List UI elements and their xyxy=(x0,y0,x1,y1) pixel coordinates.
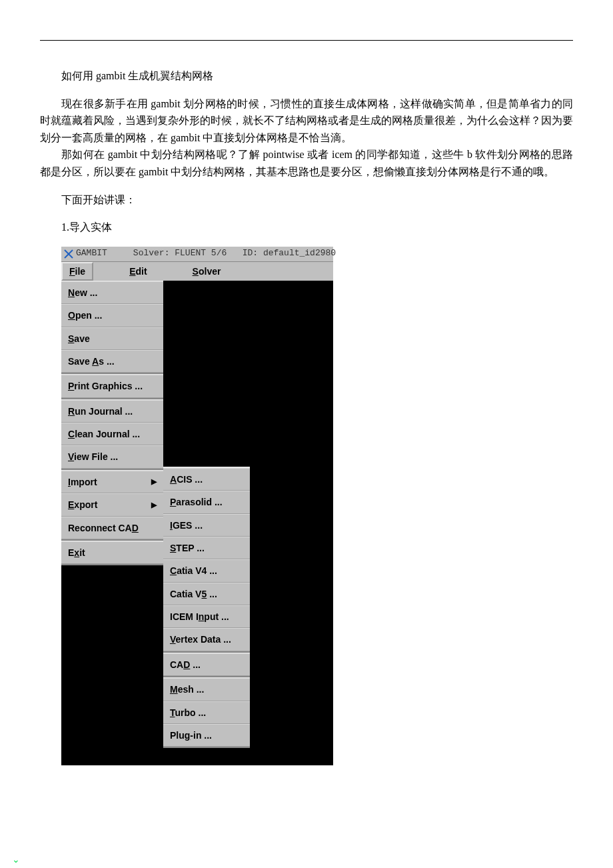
import-step[interactable]: STEP ... xyxy=(163,537,250,559)
file-menu-clean-journal[interactable]: Clean Journal ... xyxy=(61,423,163,445)
submenu-arrow-icon: ▶ xyxy=(151,476,157,488)
import-submenu: ACIS ... Parasolid ... IGES ... STEP ...… xyxy=(163,467,250,749)
file-menu-open[interactable]: Open ... xyxy=(61,304,163,327)
document-body: 如何用 gambit 生成机翼结构网格 现在很多新手在用 gambit 划分网格… xyxy=(40,67,573,765)
titlebar-app: GAMBIT xyxy=(76,247,107,261)
doc-title: 如何用 gambit 生成机翼结构网格 xyxy=(40,67,573,85)
menu-spacer xyxy=(93,262,120,281)
menu-solver[interactable]: Solver xyxy=(183,262,231,281)
menu-file[interactable]: File xyxy=(61,262,93,281)
paragraph-2: 那如何在 gambit 中划分结构网格呢？了解 pointwise 或者 ice… xyxy=(40,146,573,180)
import-vertex-data[interactable]: Vertex Data ... xyxy=(163,628,250,651)
file-menu-group-3: Run Journal ... Clean Journal ... View F… xyxy=(61,399,163,470)
horizontal-rule xyxy=(40,40,573,41)
file-menu-save[interactable]: Save xyxy=(61,327,163,350)
viewport-black-bottom xyxy=(163,748,250,765)
import-group-2: CAD ... xyxy=(163,653,250,677)
line-start-lecture: 下面开始讲课： xyxy=(40,191,573,209)
titlebar-id: ID: default_id2980 xyxy=(243,247,336,261)
file-menu-run-journal[interactable]: Run Journal ... xyxy=(61,400,163,423)
viewport-black-gap xyxy=(163,281,250,467)
import-parasolid[interactable]: Parasolid ... xyxy=(163,491,250,513)
gambit-app-icon xyxy=(64,248,73,260)
file-menu-view-file[interactable]: View File ... xyxy=(61,445,163,468)
file-menu-reconnect-cad[interactable]: Reconnect CAD xyxy=(61,517,163,539)
gambit-menubar: File Edit Solver xyxy=(61,261,333,281)
gambit-body: New ... Open ... Save Save As ... Print … xyxy=(61,281,333,766)
import-iges[interactable]: IGES ... xyxy=(163,514,250,537)
file-menu-group-2: Print Graphics ... xyxy=(61,374,163,399)
menu-file-mnemonic: F xyxy=(69,266,75,277)
submenu-arrow-icon: ▶ xyxy=(151,499,157,511)
import-catia-v5[interactable]: Catia V5 ... xyxy=(163,583,250,605)
file-menu-export[interactable]: Export▶ xyxy=(61,493,163,516)
menu-solver-mnemonic: S xyxy=(193,266,199,277)
titlebar-gap1 xyxy=(107,247,133,261)
file-dropdown: New ... Open ... Save Save As ... Print … xyxy=(61,281,163,761)
gambit-screenshot: GAMBIT Solver: FLUENT 5/6 ID: default_id… xyxy=(61,247,333,766)
import-icem-input[interactable]: ICEM Input ... xyxy=(163,605,250,628)
menu-spacer xyxy=(157,262,183,281)
file-menu-group-1: New ... Open ... Save Save As ... xyxy=(61,281,163,375)
import-mesh[interactable]: Mesh ... xyxy=(163,678,250,701)
menu-edit-mnemonic: E xyxy=(129,266,135,277)
paragraph-1: 现在很多新手在用 gambit 划分网格的时候，习惯性的直接生成体网格，这样做确… xyxy=(40,95,573,147)
file-menu-exit[interactable]: Exit xyxy=(61,541,163,564)
file-menu-save-as[interactable]: Save As ... xyxy=(61,350,163,373)
line-step-1: 1.导入实体 xyxy=(40,219,573,236)
import-plugin[interactable]: Plug-in ... xyxy=(163,724,250,747)
import-turbo[interactable]: Turbo ... xyxy=(163,701,250,724)
file-menu-new[interactable]: New ... xyxy=(61,281,163,304)
file-menu-group-5: Exit xyxy=(61,541,163,565)
import-cad[interactable]: CAD ... xyxy=(163,653,250,676)
import-acis[interactable]: ACIS ... xyxy=(163,468,250,491)
menu-edit[interactable]: Edit xyxy=(120,262,156,281)
titlebar-gap2 xyxy=(227,247,242,261)
import-catia-v4[interactable]: Catia V4 ... xyxy=(163,559,250,582)
axis-marker-icon: ⌄ xyxy=(12,852,20,867)
import-group-1: ACIS ... Parasolid ... IGES ... STEP ...… xyxy=(163,467,250,653)
submenu-column: ACIS ... Parasolid ... IGES ... STEP ...… xyxy=(163,281,250,766)
file-menu-print-graphics[interactable]: Print Graphics ... xyxy=(61,375,163,397)
viewport-black-right xyxy=(250,281,333,694)
gambit-titlebar: GAMBIT Solver: FLUENT 5/6 ID: default_id… xyxy=(61,247,333,261)
file-menu-import[interactable]: Import▶ xyxy=(61,471,163,493)
import-group-3: Mesh ... Turbo ... Plug-in ... xyxy=(163,677,250,748)
titlebar-solver: Solver: FLUENT 5/6 xyxy=(133,247,227,261)
file-menu-group-4: Import▶ Export▶ Reconnect CAD xyxy=(61,470,163,541)
viewport-black-left: ⌄ xyxy=(61,565,163,760)
